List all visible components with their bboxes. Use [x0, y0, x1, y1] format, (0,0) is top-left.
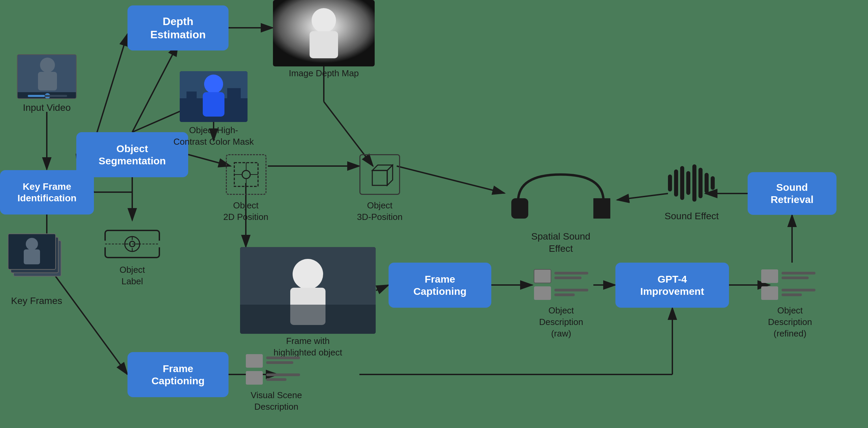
- svg-rect-73: [593, 198, 610, 219]
- svg-rect-99: [782, 293, 802, 296]
- svg-rect-90: [554, 277, 581, 279]
- svg-line-22: [617, 193, 668, 200]
- svg-rect-42: [24, 249, 40, 264]
- svg-rect-91: [534, 286, 551, 300]
- object-3d-icon: [359, 154, 400, 195]
- svg-rect-80: [705, 173, 709, 193]
- visual-scene-icon: [244, 352, 305, 386]
- svg-rect-98: [782, 289, 815, 291]
- svg-point-64: [242, 170, 250, 179]
- svg-rect-74: [668, 175, 672, 191]
- object-seg-box: Object Segmentation: [76, 132, 188, 177]
- image-depth-map-label: Image Depth Map: [278, 68, 370, 79]
- svg-rect-50: [227, 88, 241, 112]
- object-2d-label: Object 2D Position: [217, 200, 275, 223]
- svg-rect-103: [246, 371, 263, 385]
- gpt4-box: GPT-4 Improvement: [615, 263, 729, 308]
- object-seg-label: Object Segmentation: [99, 143, 166, 167]
- sound-retrieval-label: Sound Retrieval: [771, 181, 814, 206]
- svg-rect-89: [554, 272, 588, 274]
- svg-rect-92: [554, 289, 588, 291]
- svg-marker-71: [387, 165, 393, 185]
- frame-captioning-mid-label: Frame Captioning: [413, 273, 467, 298]
- obj-desc-raw-label: Object Description (raw): [529, 305, 593, 339]
- svg-rect-87: [534, 269, 551, 283]
- svg-rect-72: [511, 198, 528, 219]
- svg-line-16: [376, 285, 389, 290]
- svg-point-51: [204, 75, 223, 94]
- object-label-icon: [102, 224, 163, 264]
- svg-line-11: [188, 155, 231, 166]
- svg-rect-49: [186, 91, 197, 112]
- svg-rect-79: [698, 168, 703, 198]
- svg-rect-37: [28, 95, 45, 97]
- input-video-label: Input Video: [17, 102, 77, 114]
- svg-rect-100: [246, 354, 263, 368]
- svg-rect-104: [266, 373, 300, 376]
- svg-rect-52: [203, 92, 224, 117]
- obj-desc-raw-icon: [532, 268, 593, 302]
- svg-rect-97: [761, 286, 778, 300]
- frame-captioning-mid-box: Frame Captioning: [389, 263, 491, 308]
- obj-desc-refined-label: Object Description (refined): [756, 305, 824, 339]
- svg-rect-96: [782, 277, 809, 279]
- frame-captioning-bottom-box: Frame Captioning: [127, 352, 229, 397]
- object-label-text: Object Label: [112, 264, 153, 287]
- color-mask-thumb: [180, 71, 248, 122]
- highlight-frame-thumb: [240, 247, 376, 334]
- svg-rect-76: [680, 166, 684, 200]
- obj-desc-refined-icon: [760, 268, 821, 302]
- svg-rect-33: [38, 72, 57, 90]
- svg-rect-46: [310, 31, 338, 58]
- pipeline-diagram: Input Video Key Frame Identification Key…: [0, 0, 868, 428]
- svg-rect-94: [761, 269, 778, 283]
- sound-retrieval-box: Sound Retrieval: [748, 172, 836, 215]
- svg-rect-77: [686, 171, 690, 195]
- svg-rect-75: [674, 169, 678, 197]
- svg-rect-78: [692, 164, 696, 202]
- key-frames-label: Key Frames: [7, 295, 66, 307]
- svg-rect-102: [266, 361, 293, 364]
- svg-line-3: [94, 34, 127, 142]
- depth-map-thumb: [273, 0, 375, 66]
- object-3d-label: Object 3D-Position: [353, 200, 407, 223]
- svg-rect-86: [240, 305, 376, 334]
- object-2d-icon: [226, 154, 267, 195]
- svg-point-41: [26, 238, 38, 250]
- object-high-contrast-label: Object High- Contrast Color Mask: [173, 125, 254, 148]
- svg-point-32: [40, 58, 55, 73]
- svg-point-84: [293, 259, 323, 289]
- input-video-thumb: [17, 54, 77, 99]
- svg-rect-105: [266, 378, 287, 381]
- svg-rect-101: [266, 356, 300, 359]
- spatial-sound-label: Spatial Sound Effect: [505, 230, 617, 255]
- visual-scene-label: Visual Scene Description: [241, 390, 312, 413]
- key-frame-id-label: Key Frame Identification: [17, 181, 76, 204]
- svg-rect-69: [372, 170, 387, 185]
- sound-effect-label: Sound Effect: [665, 210, 719, 222]
- svg-rect-93: [554, 293, 575, 296]
- svg-line-28: [132, 44, 178, 132]
- svg-line-15: [397, 166, 505, 193]
- svg-point-45: [312, 8, 336, 33]
- key-frames-stack: [7, 230, 66, 293]
- gpt4-label: GPT-4 Improvement: [640, 273, 704, 298]
- frame-captioning-bottom-label: Frame Captioning: [152, 363, 205, 387]
- svg-rect-81: [711, 176, 715, 190]
- depth-estimation-box: Depth Estimation: [127, 5, 229, 50]
- sound-effect-icon: [665, 163, 719, 203]
- svg-rect-95: [782, 272, 815, 274]
- depth-estimation-label: Depth Estimation: [150, 15, 206, 41]
